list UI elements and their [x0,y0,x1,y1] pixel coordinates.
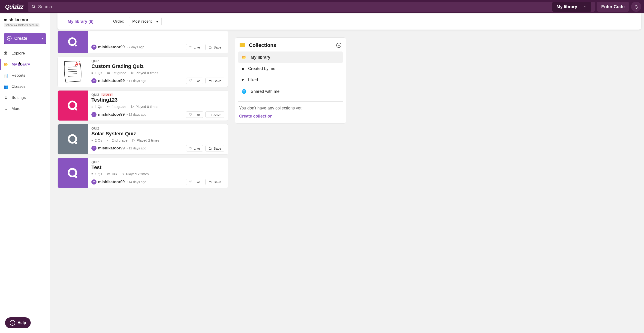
search-input[interactable] [38,4,550,9]
folder-open-icon: 📂 [4,62,8,67]
save-button[interactable]: 🗀Save [206,44,224,50]
avatar: m [92,112,96,117]
collection-item-liked[interactable]: ♥ Liked [238,74,343,86]
gear-icon: ⚙ [4,96,8,100]
globe-icon: 🌐 [242,89,246,94]
chevron-down-icon: ▾ [156,20,158,24]
collapse-button[interactable]: − [336,43,342,48]
heart-icon: ♡ [189,79,192,83]
svg-point-12 [68,135,76,143]
play-count: ▷Played 2 times [132,138,159,142]
quiz-title: Solar System Quiz [92,131,224,137]
notifications-button[interactable] [631,2,641,12]
collection-item-shared[interactable]: 🌐 Shared with me [238,86,343,97]
item-type: QUIZ [92,127,100,130]
svg-point-15 [75,176,77,178]
like-button[interactable]: ♡Like [186,111,203,118]
item-type: QUIZ [92,59,100,63]
author-name: mishikatoor99 [98,79,125,83]
like-button[interactable]: ♡Like [186,179,203,185]
user-name: mishika toor [4,18,46,23]
sidebar-item-classes[interactable]: 👥 Classes [0,81,50,92]
enter-code-button[interactable]: Enter Code [597,2,629,12]
folder-icon: ■ [242,66,244,71]
sidebar-item-settings[interactable]: ⚙ Settings [0,92,50,103]
sidebar-item-more[interactable]: ⌄ More [0,103,50,114]
explore-icon: 🏛 [4,51,8,56]
timestamp: • 11 days ago [126,79,146,83]
separator [238,101,343,102]
chevron-down-icon: ▾ [42,37,43,40]
svg-point-0 [32,5,34,8]
save-button[interactable]: 🗀Save [206,111,224,118]
search-wrap[interactable]: My library [28,2,595,12]
people-icon: 👥 [4,85,8,89]
test-paper-icon: A+ [61,59,84,85]
collection-item-my-library[interactable]: 📂 My library [238,52,343,63]
quiz-card[interactable]: QUIZ Test ≡1 Qs ▭KG ▷Played 2 times m mi… [58,158,228,188]
book-icon: ▭ [107,138,110,142]
mouse-cursor-icon [19,62,22,66]
save-label: Save [214,113,221,117]
play-icon: ▷ [122,172,125,176]
collection-item-created-by-me[interactable]: ■ Created by me [238,63,343,74]
save-button[interactable]: 🗀Save [206,78,224,84]
tab-my-library[interactable]: My library (6) [58,14,104,30]
folder-icon: 🗀 [208,146,212,150]
quiz-card[interactable]: A+ QUIZ Custom Grading Quiz ≡1 Qs ▭1st g… [58,57,228,87]
bell-icon [634,5,638,9]
quiz-card[interactable]: m mishikatoor99 • 7 days ago ♡Like 🗀Save [58,31,228,53]
create-collection-link[interactable]: Create collection [238,114,343,119]
sidebar-item-label: Explore [12,51,25,56]
list-icon: ≡ [92,71,94,75]
save-button[interactable]: 🗀Save [206,145,224,152]
library-selector[interactable]: My library [552,2,591,12]
grade-level: ▭1st grade [107,104,126,109]
quiz-card[interactable]: QUIZ DRAFT Testing123 ≡1 Qs ▭1st grade ▷… [58,90,228,121]
heart-icon: ♡ [189,113,192,117]
folder-icon: 🗀 [208,79,212,83]
item-type: QUIZ [92,160,100,164]
book-icon: ▭ [107,172,110,176]
quiz-list: m mishikatoor99 • 7 days ago ♡Like 🗀Save… [58,31,228,188]
heart-icon: ♡ [189,45,192,49]
item-type: QUIZ [92,93,100,97]
tab-label: My library (6) [68,19,94,24]
order-select[interactable]: Most recent ▾ [129,17,162,26]
heart-icon: ♡ [189,180,192,184]
sidebar-item-explore[interactable]: 🏛 Explore [0,48,50,59]
sidebar-item-label: Reports [12,73,26,78]
svg-line-1 [34,7,35,8]
search-icon [32,5,36,9]
quiz-card[interactable]: QUIZ Solar System Quiz ≡2 Qs ▭2nd grade … [58,124,228,155]
quiz-title: Test [92,164,224,170]
author-name: mishikatoor99 [98,146,125,151]
questions-count: ≡1 Qs [92,105,102,109]
save-button[interactable]: 🗀Save [206,179,224,185]
library-toolbar: My library (6) Order: Most recent ▾ [58,14,641,30]
quizizz-logo-icon [66,99,79,112]
like-button[interactable]: ♡Like [186,44,203,50]
sidebar-item-my-library[interactable]: 📂 My library [0,59,50,70]
svg-point-11 [75,108,77,110]
logo: Quizizz [3,4,26,10]
sidebar-item-reports[interactable]: 📊 Reports [0,70,50,81]
play-icon: ▷ [131,71,134,75]
like-button[interactable]: ♡Like [186,78,203,84]
create-label: Create [14,36,27,41]
library-selector-label: My library [556,4,577,9]
create-button[interactable]: + Create ▾ [4,33,46,44]
folder-icon: 🗀 [208,113,212,117]
grade-level: ▭2nd grade [107,138,128,142]
questions-count: ≡1 Qs [92,71,102,75]
timestamp: • 7 days ago [126,45,144,49]
collections-panel: Collections − 📂 My library ■ Created by … [235,38,346,124]
play-count: ▷Played 2 times [122,172,149,176]
collection-item-label: Shared with me [251,89,280,94]
timestamp: • 14 days ago [126,180,146,184]
sidebar-item-label: More [12,107,20,111]
help-button[interactable]: ? Help [5,317,31,328]
like-button[interactable]: ♡Like [186,145,203,152]
author-name: mishikatoor99 [98,180,125,184]
collection-item-label: Liked [248,78,258,83]
